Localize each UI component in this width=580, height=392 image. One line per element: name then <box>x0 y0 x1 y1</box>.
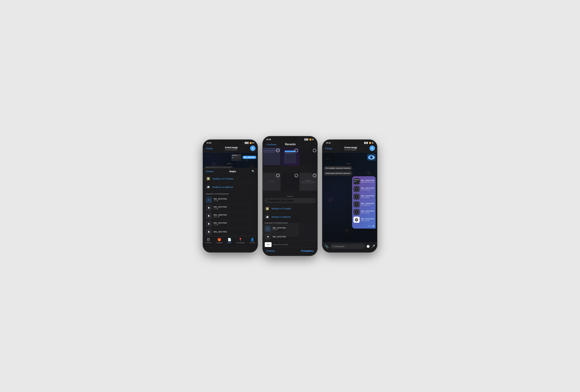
system-msg-destroyed: Фотография самоуничтожилась <box>324 166 352 170</box>
tab-contact[interactable]: 👤 Контакт <box>250 238 255 244</box>
select-circle-1 <box>294 149 298 152</box>
iphone-label: iPhone <box>267 244 270 245</box>
recent-file-0[interactable]: IMG IMG_3578.PNG 2,3 МБ <box>206 196 255 204</box>
gallery-tab-icon: 🖼 <box>207 238 210 241</box>
chat-input-bar: 📎 Сообщение 🕐 🎤 <box>322 242 377 252</box>
chat-status-3: был(а) недавно <box>333 149 368 151</box>
recent-file-3[interactable]: 📄 IMG_3570.PNG 2,5 МБ <box>206 220 255 228</box>
tab-gift[interactable]: 🎁 Подарок <box>216 238 222 244</box>
overlay-send-btn[interactable]: Отправить без звука › <box>265 198 315 203</box>
battery-1: 64 <box>252 142 254 144</box>
tab-location[interactable]: 📍 Геопозиция <box>236 238 244 244</box>
file-thumb-5: iPhone 14Pro × <box>353 217 360 223</box>
msg-destroyed: Фотография самоуничтожилась <box>204 166 233 168</box>
upload-file-3: × IMG_3568.PNG 0 Б / 268,1 Кб <box>353 200 374 208</box>
phone-3: 19:22 ▋▋▋ 📶 66 ‹ Назад Александр был(а) … <box>322 140 377 252</box>
send-chevron-icon: › <box>312 199 313 202</box>
back-button-1[interactable]: ‹ Назад <box>205 147 213 150</box>
cancel-icon-4[interactable]: × <box>355 210 358 214</box>
recent-file-meta-0: IMG_3578.PNG 2,3 МБ <box>214 198 255 202</box>
cancel-icon-5[interactable]: × <box>355 218 358 221</box>
battery-2: 63 <box>312 139 314 140</box>
voice-button[interactable]: 🎤 <box>371 245 375 248</box>
upload-file-0: Контакты Магазин IMG_3566.PNG 688,0 Кб /… <box>353 178 374 185</box>
gallery-item-3[interactable]: КонтактыМагазин MacTime <box>263 173 281 191</box>
gallery-item-5[interactable]: НА КАРТЕ Магазин MacTime на Франко Бул. … <box>299 173 317 191</box>
select-circle-2 <box>313 149 316 152</box>
gallery-option[interactable]: 🖼️ Выбрать из Галереи <box>206 175 255 183</box>
tab-bar-1: 🖼 Галерея 🎁 Подарок 📄 Файл 📍 Геопозиция <box>203 237 258 246</box>
upload-file-1: × IMG_3567.PNG 0 Б / 271,2 Кб <box>353 185 374 193</box>
recent-file-2[interactable]: 📄 IMG_3568.PNG 268,1 Кб <box>206 212 255 220</box>
wifi-icon-3: 📶 <box>369 142 371 144</box>
upload-file-5: iPhone 14Pro × IMG_3578.PNG 0 Б / 2,3 МБ <box>353 216 374 223</box>
file-picker-cancel[interactable]: Отмена <box>206 170 214 173</box>
gallery-option-icon: 🖼️ <box>206 176 210 181</box>
search-icon-1[interactable]: 🔍 <box>252 170 255 173</box>
wifi-icon-2: 📶 <box>309 139 311 140</box>
system-msg-screenshot: Александр сделал(а) скриншот! <box>324 171 352 176</box>
gift-tab-icon: 🎁 <box>217 238 221 241</box>
msg-time-1: 19:19 ✓✓ <box>225 162 235 165</box>
status-bar-3: 19:22 ▋▋▋ 📶 66 <box>322 140 377 145</box>
wifi-icon: 📶 <box>250 142 252 144</box>
files-option[interactable]: ☁️ Выбрать из файлов <box>206 183 255 191</box>
file-thumb-0: Контакты Магазин <box>353 178 360 185</box>
gallery-item-0[interactable] <box>263 148 281 166</box>
avatar-3[interactable]: A <box>370 146 375 151</box>
avatar-1[interactable]: A <box>250 146 256 151</box>
overlay-file-meta-0: IMG_3578.PNG 3,5 Мб <box>273 227 315 231</box>
file-thumb-2: × <box>353 194 360 200</box>
overlay-file-1[interactable]: 📄 IMG_3575.PNG <box>265 233 315 241</box>
back-button-3[interactable]: ‹ Назад <box>324 147 332 150</box>
time-1: 19:26 <box>206 142 211 144</box>
overlay-file-meta-1: IMG_3575.PNG <box>273 236 315 238</box>
file-thumb-1: × <box>353 186 360 192</box>
chat-area-3: 🎮 ⭐ 🎯 🎪 🏆 19:19 ✓✓ <box>322 153 377 242</box>
tab-file[interactable]: 📄 Файл <box>228 238 231 244</box>
recent-file-4[interactable]: 📄 IMG_3567.PNG <box>206 228 255 236</box>
message-input[interactable]: Сообщение <box>330 244 365 249</box>
time-2: 19:29 <box>266 138 271 140</box>
gallery-title: Recents <box>285 143 296 146</box>
chat-header-1: ‹ Назад Александр был(а) недавно A <box>203 145 258 153</box>
chevron-left-icon: ‹ <box>205 147 206 150</box>
location-tab-icon: 📍 <box>239 238 242 241</box>
clock-button[interactable]: 🕐 <box>366 245 370 248</box>
chat-header-3: ‹ Назад Александр был(а) недавно A <box>322 145 377 153</box>
chat-area-1: 🎮 ⭐ 🎯 🎪 Контакты Магазин • главный центр… <box>203 153 258 168</box>
battery-3: 66 <box>372 142 374 144</box>
tab-gallery[interactable]: 🖼 Галерея <box>206 238 212 244</box>
file-upload-bubble: Контакты Магазин IMG_3566.PNG 688,0 Кб /… <box>352 176 376 229</box>
cancel-icon-1[interactable]: × <box>355 187 358 191</box>
overlay-gallery-icon: 🖼️ <box>265 206 270 211</box>
recent-file-1[interactable]: 📄 IMG_3575.PNG 1,3 МБ <box>206 204 255 212</box>
overlay-files-btn[interactable]: ☁️ Выбрать из файлов <box>265 213 315 221</box>
overlay-file-icon-1: 📄 <box>265 234 271 240</box>
gallery-item-1[interactable] <box>281 148 299 166</box>
gallery-send-btn[interactable]: Отправить <box>301 250 314 252</box>
iphone-promo-desc: iPhone 14 Pro и Pro Max <box>273 244 288 245</box>
recent-file-icon-1: 📄 <box>206 205 212 211</box>
attach-button[interactable]: 📎 <box>324 244 329 249</box>
gallery-header: ‹ Альбомы Recents <box>263 141 317 148</box>
overlay-file-0[interactable]: IMG IMG_3578.PNG 3,5 Мб <box>265 225 315 233</box>
phone-1: 19:26 ▋▋▋ 📶 64 ‹ Назад Александр был(а) … <box>203 140 258 252</box>
recent-file-icon-4: 📄 <box>206 229 212 235</box>
overlay-gallery-btn[interactable]: 🖼️ Выбрать из Галереи <box>265 204 315 213</box>
files-option-icon: ☁️ <box>206 185 210 189</box>
cancel-icon-3[interactable]: × <box>355 203 358 206</box>
scene: 19:26 ▋▋▋ 📶 64 ‹ Назад Александр был(а) … <box>203 136 377 256</box>
upload-file-4: × IMG_3575.PNG 0 Б / 1,3 МБ <box>353 208 374 216</box>
gallery-item-2[interactable] <box>299 148 317 166</box>
gallery-back-btn[interactable]: ‹ Альбомы <box>266 143 276 146</box>
chat-info-3: Александр был(а) недавно <box>333 146 368 151</box>
file-thumb-3: × <box>353 201 360 207</box>
gallery-cancel-btn[interactable]: Отмена <box>266 250 275 252</box>
chevron-left-icon-2: ‹ <box>266 143 266 146</box>
gallery-item-4[interactable] <box>281 173 299 191</box>
overlay-file-icon-0: IMG <box>265 226 271 232</box>
signal-icon-3: ▋▋▋ <box>364 142 368 144</box>
cancel-icon-2[interactable]: × <box>355 195 358 198</box>
sent-checkmark: 🕐 <box>372 225 374 227</box>
